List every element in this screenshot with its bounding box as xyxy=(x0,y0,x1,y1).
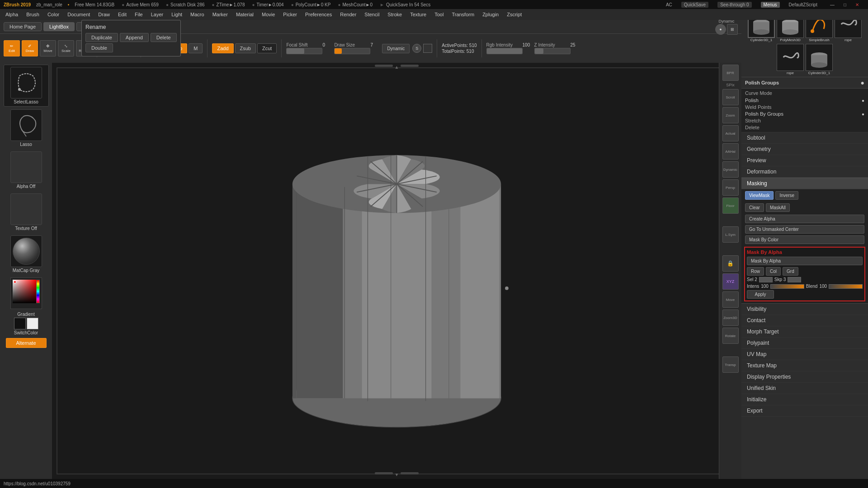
menu-visibility[interactable]: Visibility xyxy=(741,304,868,315)
menu-stencil[interactable]: Stencil xyxy=(361,11,383,18)
row-btn[interactable]: Row xyxy=(747,267,764,276)
canvas-area[interactable]: ▲ ▼ xyxy=(52,63,741,479)
draw-size-slider[interactable] xyxy=(334,48,370,54)
menu-contact[interactable]: Contact xyxy=(741,315,868,326)
lock-btn[interactable]: 🔒 xyxy=(722,255,739,272)
view-mask-btn[interactable]: ViewMask xyxy=(745,191,774,200)
menu-unified-skin[interactable]: Unified Skin xyxy=(741,383,868,394)
menu-zplugin[interactable]: Zplugin xyxy=(479,11,502,18)
menu-marker[interactable]: Marker xyxy=(209,11,231,18)
inverse-btn[interactable]: Inverse xyxy=(775,191,798,200)
go-to-unmasked-btn[interactable]: Go To Unmasked Center xyxy=(745,225,864,234)
menu-morph-target[interactable]: Morph Target xyxy=(741,326,868,338)
bpr-btn[interactable]: BPR xyxy=(722,65,739,81)
apply-btn[interactable]: Apply xyxy=(747,290,774,299)
quick-save-btn[interactable]: QuickSave xyxy=(681,2,708,8)
edit-btn[interactable]: ✏ Edit xyxy=(4,40,20,56)
focal-shift-slider[interactable] xyxy=(286,48,322,54)
swatch-white[interactable] xyxy=(27,318,38,329)
scroll-btn[interactable]: Scroll xyxy=(722,89,739,105)
zcut-btn[interactable]: Zcut xyxy=(257,43,277,53)
menu-initialize[interactable]: Initialize xyxy=(741,394,868,405)
grd-btn[interactable]: Grd xyxy=(783,267,798,276)
lsym-btn[interactable]: L.Sym xyxy=(722,226,739,243)
lasso-item[interactable]: Lasso xyxy=(4,108,49,149)
menus-btn[interactable]: Menus xyxy=(761,2,780,8)
z-intensity-slider[interactable] xyxy=(534,48,571,54)
menu-zscript[interactable]: Zscript xyxy=(503,11,525,18)
create-alpha-btn[interactable]: Create Alpha xyxy=(745,215,864,223)
mask-by-alpha-btn[interactable]: Mask By Alpha xyxy=(747,257,863,265)
menu-transform[interactable]: Transform xyxy=(448,11,478,18)
swatch-black[interactable] xyxy=(14,318,26,329)
solo-btn[interactable]: ● xyxy=(715,24,726,35)
dynamic-view-btn[interactable]: Dynamic xyxy=(722,161,739,178)
menu-light[interactable]: Light xyxy=(168,11,186,18)
scale-btn[interactable]: ⤡ Scale xyxy=(58,40,74,56)
rgb-intensity-slider[interactable] xyxy=(486,48,523,54)
menu-material[interactable]: Material xyxy=(232,11,257,18)
persp-btn[interactable]: Persp xyxy=(722,179,739,196)
thumb-rope2[interactable]: rope xyxy=(777,44,804,75)
see-through[interactable]: See-through 0 xyxy=(717,2,751,8)
floor-btn[interactable]: Floor xyxy=(722,197,739,214)
clear-btn[interactable]: Clear xyxy=(745,203,764,212)
mask-all-btn[interactable]: MaskAll xyxy=(766,203,790,212)
tab-home-page[interactable]: Home Page xyxy=(4,22,42,31)
polyf-btn[interactable]: ⊞ xyxy=(727,24,738,35)
zoom-btn[interactable]: Zoom xyxy=(722,107,739,123)
color-picker-box[interactable] xyxy=(10,277,42,309)
menu-color[interactable]: Color xyxy=(44,11,63,18)
menu-document[interactable]: Document xyxy=(64,11,94,18)
s-box[interactable] xyxy=(423,44,432,53)
dynamic-btn[interactable]: Dynamic xyxy=(382,44,410,53)
blend-slider[interactable] xyxy=(829,284,863,289)
rotate-3d-btn[interactable]: Rotate xyxy=(722,328,739,344)
xyz-btn[interactable]: XYZ xyxy=(722,273,739,290)
minimize-icon[interactable]: — xyxy=(830,2,835,7)
menu-deformation[interactable]: Deformation xyxy=(741,166,868,178)
polish-groups-dot[interactable]: ● xyxy=(861,79,864,86)
intens-slider[interactable] xyxy=(770,284,804,289)
menu-layer[interactable]: Layer xyxy=(147,11,167,18)
draw-btn[interactable]: ✐ Draw xyxy=(22,40,38,56)
transp-btn[interactable]: Transp xyxy=(722,357,739,373)
menu-edit[interactable]: Edit xyxy=(114,11,130,18)
script-label[interactable]: DefaultZScript xyxy=(789,2,817,7)
menu-preferences[interactable]: Preferences xyxy=(302,11,335,18)
menu-alpha[interactable]: Alpha xyxy=(2,11,22,18)
color-picker-item[interactable] xyxy=(4,276,49,311)
close-icon[interactable]: ✕ xyxy=(855,2,859,7)
m-btn[interactable]: M xyxy=(189,43,203,53)
mask-by-color-btn[interactable]: Mask By Color xyxy=(745,235,864,244)
menu-macro[interactable]: Macro xyxy=(187,11,208,18)
menu-geometry[interactable]: Geometry xyxy=(741,144,868,155)
menu-display-properties[interactable]: Display Properties xyxy=(741,371,868,383)
zadd-btn[interactable]: Zadd xyxy=(212,43,233,53)
s-circle[interactable]: S xyxy=(412,44,421,53)
select-lasso-item[interactable]: SelectLasso xyxy=(4,65,49,107)
menu-file[interactable]: File xyxy=(131,11,146,18)
sel-slider[interactable] xyxy=(759,277,773,282)
menu-masking[interactable]: Masking xyxy=(741,178,868,189)
zsub-btn[interactable]: Zsub xyxy=(235,43,256,53)
menu-tool[interactable]: Tool xyxy=(431,11,447,18)
duplicate-btn[interactable]: Duplicate xyxy=(85,33,118,42)
menu-movie[interactable]: Movie xyxy=(258,11,278,18)
menu-polypaint[interactable]: Polypaint xyxy=(741,338,868,349)
skp-slider[interactable] xyxy=(788,277,801,282)
delete-popup-btn[interactable]: Delete xyxy=(151,33,177,42)
texture-off-item[interactable]: Texture Off xyxy=(4,192,49,233)
menu-picker[interactable]: Picker xyxy=(279,11,301,18)
menu-uv-map[interactable]: UV Map xyxy=(741,349,868,360)
menu-preview[interactable]: Preview xyxy=(741,155,868,166)
zoom3d-btn[interactable]: Zoom3D xyxy=(722,310,739,326)
actual-btn[interactable]: Actual xyxy=(722,125,739,141)
alpha-off-item[interactable]: Alpha Off xyxy=(4,150,49,191)
menu-stroke[interactable]: Stroke xyxy=(384,11,406,18)
menu-export[interactable]: Export xyxy=(741,405,868,417)
matcap-item[interactable]: MatCap Gray xyxy=(4,234,49,275)
menu-subtool[interactable]: Subtool xyxy=(741,132,868,144)
menu-render[interactable]: Render xyxy=(336,11,360,18)
append-btn[interactable]: Append xyxy=(120,33,149,42)
